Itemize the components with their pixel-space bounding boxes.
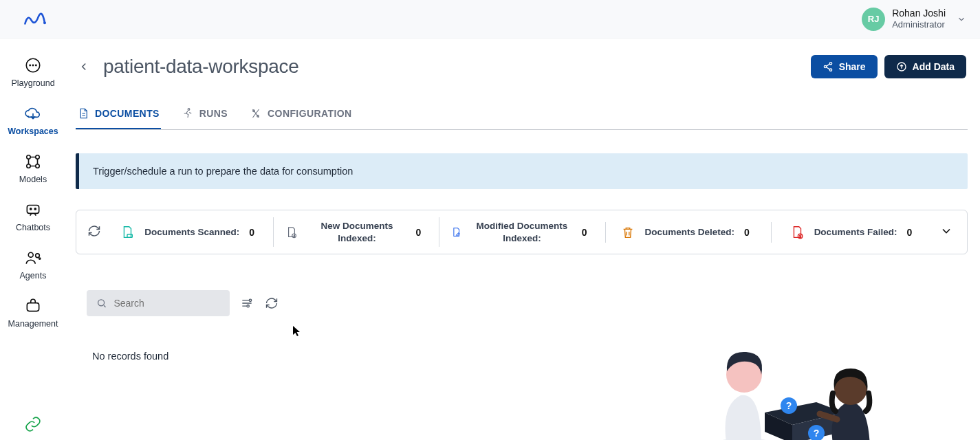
svg-point-35 [834,372,867,405]
svg-point-10 [30,208,32,210]
stat-label: New Documents Indexed: [307,220,406,244]
search-input[interactable] [113,298,220,309]
add-data-button[interactable]: Add Data [884,55,966,78]
avatar: RJ [862,8,885,31]
svg-point-14 [39,258,41,259]
stat-label: Documents Failed: [814,226,897,239]
chevron-down-icon [957,14,966,24]
top-bar: RJ Rohan Joshi Administrator [0,0,980,38]
user-text: Rohan Joshi Administrator [892,8,946,30]
briefcase-icon [24,297,42,315]
tab-runs[interactable]: RUNS [180,102,229,129]
user-role: Administrator [892,19,946,30]
document-icon [77,107,89,120]
runs-icon [182,107,194,120]
stat-failed: Documents Failed: 0 [771,222,930,243]
svg-point-3 [32,65,33,65]
sidebar-item-label: Agents [20,271,47,280]
sliders-icon [240,296,254,310]
share-button[interactable]: Share [811,55,878,78]
chatbot-icon [24,201,42,219]
doc-scanned-icon [120,225,135,240]
sidebar: Playground Workspaces Models Chatbots Ag… [0,38,66,440]
sidebar-item-chatbots[interactable]: Chatbots [0,195,66,239]
main-content: patient-data-workspace Share Add Data DO… [76,55,968,440]
stat-label: Documents Scanned: [144,226,239,239]
stat-value: 0 [744,227,750,238]
svg-rect-15 [27,303,39,311]
search-icon [96,297,107,309]
empty-state-text: No records found [76,351,968,362]
agents-icon [24,249,42,267]
empty-state-illustration: ? ? [706,330,899,440]
cloud-icon [24,104,42,122]
sidebar-item-label: Management [8,319,58,329]
sidebar-item-agents[interactable]: Agents [0,243,66,287]
user-menu[interactable]: RJ Rohan Joshi Administrator [862,8,966,31]
sidebar-item-workspaces[interactable]: Workspaces [0,99,66,143]
back-button[interactable] [76,58,92,75]
stat-value: 0 [249,227,254,238]
stats-refresh-button[interactable] [87,224,101,241]
svg-text:?: ? [814,428,820,439]
sidebar-item-playground[interactable]: Playground [0,51,66,95]
title-row: patient-data-workspace Share Add Data [76,55,968,78]
share-label: Share [839,61,866,72]
svg-point-26 [98,300,105,306]
logo[interactable] [22,10,50,28]
chevron-left-icon [78,60,90,73]
stat-new-indexed: New Documents Indexed: 0 [273,217,432,247]
table-refresh-button[interactable] [264,296,279,311]
search-row [76,290,968,316]
svg-point-6 [36,155,39,159]
models-icon [24,153,42,170]
stat-label: Modified Documents Indexed: [472,220,572,244]
svg-text:?: ? [786,400,792,411]
svg-point-27 [249,299,251,301]
filter-button[interactable] [239,296,254,311]
svg-point-12 [28,252,33,257]
doc-modified-icon [450,225,462,240]
refresh-icon [265,296,279,310]
trash-icon [620,225,635,240]
sidebar-item-management[interactable]: Management [0,292,66,336]
doc-new-icon [285,225,298,240]
search-box[interactable] [87,290,230,316]
sidebar-item-label: Playground [11,78,54,88]
cursor-icon [293,326,301,337]
tab-configuration[interactable]: CONFIGURATION [248,102,353,129]
info-banner: Trigger/schedule a run to prepare the da… [76,153,968,189]
stat-value: 0 [582,227,587,238]
tab-label: CONFIGURATION [268,108,351,119]
sidebar-item-models[interactable]: Models [0,147,66,191]
svg-rect-23 [127,234,132,237]
svg-point-7 [27,164,30,168]
stat-label: Documents Deleted: [645,226,735,239]
stat-value: 0 [416,227,422,238]
svg-point-11 [34,208,36,210]
sidebar-item-label: Workspaces [8,126,58,136]
stats-bar: Documents Scanned: 0 New Documents Index… [76,210,968,254]
stat-scanned: Documents Scanned: 0 [108,222,266,243]
link-icon [24,415,42,433]
sidebar-item-link[interactable] [0,410,66,440]
sidebar-item-label: Models [19,175,47,184]
svg-point-13 [36,254,40,258]
stats-expand-button[interactable] [937,224,956,241]
svg-point-31 [781,397,797,414]
doc-failed-icon [790,225,805,240]
tab-label: DOCUMENTS [95,108,160,119]
banner-text: Trigger/schedule a run to prepare the da… [93,166,353,177]
svg-point-20 [188,109,190,111]
tab-documents[interactable]: DOCUMENTS [76,102,161,129]
stat-value: 0 [906,227,912,238]
svg-rect-9 [27,206,39,214]
config-icon [250,107,262,120]
logo-icon [22,10,50,28]
svg-point-30 [726,357,762,393]
svg-point-5 [27,155,30,159]
tab-label: RUNS [199,108,228,119]
svg-point-4 [36,65,36,65]
svg-point-0 [43,21,46,24]
tabs: DOCUMENTS RUNS CONFIGURATION [76,102,968,130]
